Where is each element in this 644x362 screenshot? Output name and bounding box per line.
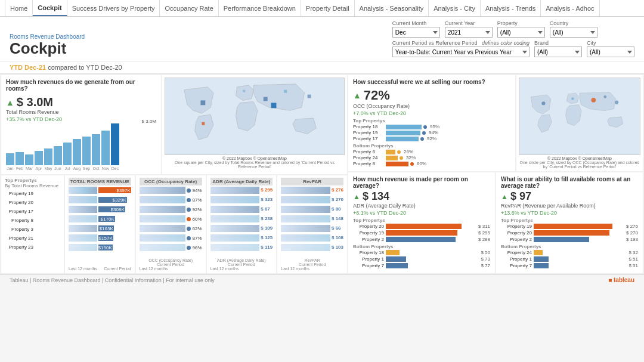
right-panel: How successful were we at selling our ro… xyxy=(348,75,643,273)
filter-country: Country (All) xyxy=(550,20,597,38)
occ-dot-4: 60% xyxy=(187,215,202,222)
trr-bar-3: $308K xyxy=(98,206,131,213)
occ-big-row: ▲ 72% xyxy=(353,88,510,103)
list-item: Property 3 xyxy=(5,227,60,232)
header-left: Rooms Revenue Dashboard Cockpit xyxy=(10,33,85,57)
filter-property-select[interactable]: (All) xyxy=(497,27,545,38)
svg-rect-6 xyxy=(202,122,205,125)
adr-bottom: Bottom Propertys Property 18 $ 50 Proper… xyxy=(353,244,490,268)
nav-analysis-seasonality[interactable]: Analysis - Seasonality xyxy=(355,0,429,16)
revpar-bottom-label: Bottom Propertys xyxy=(501,244,638,249)
sparkline-3 xyxy=(69,206,97,213)
revenue-top-section: How much revenues do we generate from ou… xyxy=(1,75,347,174)
nav-home[interactable]: Home xyxy=(5,0,33,16)
trr-bar-fill-1: $397K xyxy=(98,187,131,193)
filter-row-2: Current Period vs Reference Period defin… xyxy=(392,40,634,57)
occ-dot-7: 96% xyxy=(187,244,202,251)
trr-bar-5: $163K xyxy=(98,225,131,232)
occ-map-note: One circle per City, sized by OCC (Occup… xyxy=(519,160,640,169)
trr-bar-fill-7: $150K xyxy=(98,245,113,250)
revpar-column: RevPAR $ 276 $ 270 $ 80 xyxy=(277,175,347,273)
filter-brand: Brand (All) xyxy=(534,40,582,57)
list-item: Property 19 94% xyxy=(353,130,510,135)
filter-brand-select[interactable]: (All) xyxy=(534,47,582,57)
filter-period: Current Period vs Reference Period defin… xyxy=(392,40,530,57)
occ-spark-2 xyxy=(140,196,186,203)
nav-success-drivers[interactable]: Success Drivers by Property xyxy=(67,0,160,16)
occ-content: 94% 87% 92% 60% 62% 87% 96% xyxy=(140,187,202,257)
list-item: Property 24 $ 32 xyxy=(501,250,638,255)
adr-labels: Last 12 months xyxy=(210,267,273,271)
adr-top: Top Propertys Property 20 $ 311 Property… xyxy=(353,218,490,242)
trr-bar-6: $157K xyxy=(98,234,131,242)
adr-top-label: Top Propertys xyxy=(353,218,490,223)
filter-brand-label: Brand xyxy=(534,40,582,46)
adr-arrow: ▲ xyxy=(353,193,360,201)
occ-world-map xyxy=(519,78,640,155)
svg-rect-7 xyxy=(271,103,277,108)
revpar-top: Top Propertys Property 19 $ 276 Property… xyxy=(501,218,638,242)
adr-content: $ 295 $ 323 $ 87 $ 238 $ 109 $ 125 $ 119 xyxy=(210,187,273,257)
occ-map-caption: © 2022 Mapbox © OpenStreetMap xyxy=(519,156,640,160)
filter-property-label: Property xyxy=(497,20,545,26)
trr-bar-fill-4: $170K xyxy=(98,216,115,222)
ytd-title: YTD Dec-21 xyxy=(10,64,46,71)
trr-content: $397K $329K $308K xyxy=(69,187,131,265)
bar-oct xyxy=(92,134,100,165)
bar-may xyxy=(44,148,52,165)
revenue-map-card: © 2022 Mapbox © OpenStreetMap One square… xyxy=(162,75,347,174)
sparkline-2 xyxy=(69,196,97,203)
list-item: Property 20 $ 270 xyxy=(501,230,638,236)
bar-feb xyxy=(16,152,24,165)
property-list-card: Top Propertys By Total Rooms Revenue Pro… xyxy=(1,175,64,273)
list-item: Property 23 xyxy=(5,245,60,250)
bar-chart xyxy=(6,123,156,165)
list-item: Property 21 xyxy=(5,236,60,241)
trr-title: TOTAL ROOMS REVENUE xyxy=(69,178,131,185)
nav-analysis-trends[interactable]: Analysis - Trends xyxy=(481,0,541,16)
filter-country-select[interactable]: (All) xyxy=(550,27,597,38)
filter-period-select[interactable]: Year-to-Date: Current Year vs Previous Y… xyxy=(392,47,530,57)
bar-nov xyxy=(101,131,110,165)
filter-current-month-label: Current Month xyxy=(392,20,440,26)
revpar-arrow: ▲ xyxy=(501,193,508,201)
filter-current-month-select[interactable]: Dec xyxy=(392,27,440,38)
occ-spark-7 xyxy=(140,244,186,251)
nav-analysis-city[interactable]: Analysis - City xyxy=(429,0,481,16)
svg-point-10 xyxy=(591,98,596,103)
list-item: Property 18 95% xyxy=(353,124,510,129)
occ-value: 72% xyxy=(364,88,390,103)
nav-analysis-adhoc[interactable]: Analysis - Adhoc xyxy=(541,0,599,16)
filter-city-select[interactable]: (All) xyxy=(587,47,634,57)
revenue-arrow: ▲ xyxy=(6,98,14,107)
revpar-top-label: Top Propertys xyxy=(501,218,638,223)
nav-property-detail[interactable]: Property Detail xyxy=(301,0,355,16)
content-grid: How much revenues do we generate from ou… xyxy=(0,74,644,274)
filter-current-year-label: Current Year xyxy=(445,20,493,26)
list-item: Property 18 $ 50 xyxy=(353,250,490,255)
occ-spark-3 xyxy=(140,206,186,213)
filter-current-month: Current Month Dec xyxy=(392,20,440,38)
nav-cockpit[interactable]: Cockpit xyxy=(33,0,67,16)
trr-footer: Last 12 months Current Period xyxy=(69,267,131,271)
filter-panel: Current Month Dec Current Year 2021 Prop… xyxy=(392,20,634,57)
list-item: Property 19 $ 276 xyxy=(501,224,638,229)
occ-spark-6 xyxy=(140,234,186,242)
occ-section: How successful were we at selling our ro… xyxy=(348,75,643,171)
sparkline-1 xyxy=(69,187,97,194)
occ-labels: Last 12 months xyxy=(140,267,202,271)
bar-top-val: $ 3.0M xyxy=(142,119,156,124)
revpar-vals: $ 276 $ 270 $ 80 $ 148 $ 66 $ 108 $ 103 xyxy=(332,187,343,257)
left-panel: How much revenues do we generate from ou… xyxy=(1,75,347,273)
bar-jul xyxy=(63,143,72,165)
nav-performance[interactable]: Performance Breakdown xyxy=(219,0,301,16)
occ-footer: OCC (Occupancy Rate)Current Period xyxy=(140,258,202,267)
list-item: Property 2 $ 193 xyxy=(501,237,638,242)
svg-point-12 xyxy=(615,101,618,104)
occ-vs-label: +7.0% vs YTD Dec-20 xyxy=(353,110,510,116)
occ-bottom-props: Bottom Propertys Property 6 26% Property… xyxy=(353,143,510,166)
occ-arrow: ▲ xyxy=(353,91,361,100)
filter-current-year-select[interactable]: 2021 xyxy=(445,27,493,38)
bar-aug xyxy=(73,139,81,165)
nav-occupancy-rate[interactable]: Occupancy Rate xyxy=(160,0,218,16)
